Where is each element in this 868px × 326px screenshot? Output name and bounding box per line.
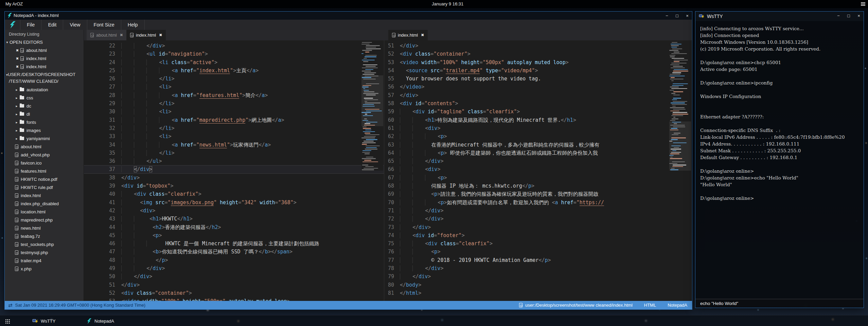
code-line-51[interactable]: 51</div> bbox=[384, 42, 693, 50]
code-line-46[interactable]: 46 HKWTC 是一個 Minecraft 的建築伺服器，主要建築計劃包括鐵路 bbox=[84, 239, 384, 248]
code-line-67[interactable]: 67 <p> bbox=[384, 174, 693, 182]
taskbar-item-notepada[interactable]: NotepadA bbox=[87, 315, 114, 326]
code-line-50[interactable]: 50 </div> bbox=[84, 272, 384, 281]
code-line-63[interactable]: 63 在香港的Minecraft 伺服器中，多為小遊戲和純生存的伺服器，較少擁有 bbox=[384, 141, 693, 149]
open-editor-item[interactable]: ✖index.html bbox=[5, 54, 84, 62]
open-editor-item[interactable]: ✖about.html bbox=[5, 46, 84, 54]
hamburger-menu-icon[interactable] bbox=[861, 2, 865, 6]
code-line-68[interactable]: 68 伺服器 IP 地址為： mcs.hkwtc.org</p> bbox=[384, 182, 693, 190]
code-line-47[interactable]: 47 <b>你知道我們全線伺服器已轉用 SSD 了嗎？</b></span> bbox=[84, 248, 384, 256]
file-item[interactable]: testmysql.php bbox=[5, 248, 84, 256]
open-editor-item[interactable]: ✖index.html bbox=[5, 62, 84, 71]
menu-font-size[interactable]: Font Size bbox=[87, 20, 121, 30]
taskbar-item-wstty[interactable]: WsTTY bbox=[32, 315, 55, 326]
code-line-77[interactable]: 77 © 2018 - 2019 HKWTC Animation Gamer</… bbox=[384, 256, 693, 264]
code-line-71[interactable]: 71 </div> bbox=[384, 207, 693, 215]
file-item[interactable]: HKWTC rule.pdf bbox=[5, 183, 84, 191]
minimap-left[interactable] bbox=[361, 42, 383, 171]
code-line-81[interactable]: 81</html> bbox=[384, 289, 693, 297]
code-line-31[interactable]: 31 <a href="mapredirect.php">網上地圖</a> bbox=[84, 116, 384, 124]
code-line-42[interactable]: 42 <div> bbox=[84, 207, 384, 215]
code-line-38[interactable]: 38</div> bbox=[84, 174, 384, 182]
minimap-right[interactable] bbox=[669, 42, 691, 171]
file-item[interactable]: features.html bbox=[5, 167, 84, 175]
file-item[interactable]: index.html bbox=[5, 191, 84, 199]
close-editor-icon[interactable]: ✖ bbox=[15, 57, 20, 60]
folder-item-dl[interactable]: ▸dl bbox=[5, 110, 84, 118]
code-line-64[interactable]: 64 <p> 即使你不是建築師，你也能透過紅石師或鐵路工程師的身份加入我 bbox=[384, 149, 693, 157]
file-item[interactable]: about.html bbox=[5, 142, 84, 151]
file-item[interactable]: HKWTC notice.pdf bbox=[5, 175, 84, 183]
close-tab-icon[interactable]: ✖ bbox=[421, 33, 424, 37]
notepada-titlebar[interactable]: NotepadA - index.html − □ × bbox=[5, 12, 692, 20]
code-line-36[interactable]: 36 </ul> bbox=[84, 157, 384, 165]
code-line-44[interactable]: 44 <h2>香港的建築伺服器</h2> bbox=[84, 223, 384, 231]
menu-help[interactable]: Help bbox=[121, 20, 145, 30]
close-tab-icon[interactable]: ✖ bbox=[120, 33, 123, 37]
code-line-53[interactable]: 53<video width="100%" height="500px" aut… bbox=[384, 58, 693, 66]
code-line-75[interactable]: 75 <div class="clearfix"> bbox=[384, 239, 693, 248]
code-line-57[interactable]: 57</div> bbox=[384, 91, 693, 99]
code-line-66[interactable]: 66 <div> bbox=[384, 165, 693, 173]
wstty-titlebar[interactable]: WsTTY − □ × bbox=[695, 12, 864, 21]
file-item[interactable]: location.html bbox=[5, 208, 84, 216]
folder-item-yamiyamimi[interactable]: ▸yamiyamimi bbox=[5, 134, 84, 142]
code-line-27[interactable]: 27 <li> bbox=[84, 83, 384, 91]
notepada-close-button[interactable]: × bbox=[685, 13, 690, 18]
code-line-43[interactable]: 43 <h1>HKWTC</h1> bbox=[84, 215, 384, 223]
code-line-34[interactable]: 34 <a href="news.html">玩家傳送門</a> bbox=[84, 141, 384, 149]
app-launcher-grid-icon[interactable] bbox=[5, 319, 6, 320]
tab-index.html[interactable]: index.html✖ bbox=[126, 30, 166, 40]
notepada-minimize-button[interactable]: − bbox=[664, 13, 670, 18]
notepada-maximize-button[interactable]: □ bbox=[674, 13, 680, 18]
code-line-39[interactable]: 39<div id="topbox"> bbox=[84, 182, 384, 190]
editor-pane-right[interactable]: 51</div>52<div class="container">53<vide… bbox=[384, 40, 693, 301]
code-line-80[interactable]: 80</body> bbox=[384, 281, 693, 289]
code-line-74[interactable]: 74 <div id="footer"> bbox=[384, 231, 693, 239]
file-item[interactable]: add_vhost.php bbox=[5, 151, 84, 159]
code-line-52[interactable]: 52<div class="container"> bbox=[384, 50, 693, 58]
code-line-52[interactable]: 52<div class="container"> bbox=[84, 289, 384, 297]
code-line-49[interactable]: 49 </div> bbox=[84, 264, 384, 272]
code-line-23[interactable]: 23 <ul id="navigation"> bbox=[84, 50, 384, 58]
code-line-48[interactable]: 48 </p> bbox=[84, 256, 384, 264]
wstty-maximize-button[interactable]: □ bbox=[846, 13, 851, 18]
open-editors-section-header[interactable]: ▾OPEN EDITORS bbox=[5, 38, 84, 46]
code-line-54[interactable]: 54 <source src="trailer.mp4" type="video… bbox=[384, 66, 693, 75]
code-line-76[interactable]: 76 <p> bbox=[384, 248, 693, 256]
minimap-viewport[interactable] bbox=[669, 121, 691, 171]
wstty-close-button[interactable]: × bbox=[856, 13, 862, 18]
system-menu-title[interactable]: My ArOZ bbox=[5, 1, 23, 6]
file-item[interactable]: x.php bbox=[5, 265, 84, 273]
close-editor-icon[interactable]: ✖ bbox=[15, 49, 20, 52]
code-line-56[interactable]: 56</video> bbox=[384, 83, 693, 91]
file-item[interactable]: favicon.ico bbox=[5, 159, 84, 167]
tab-index.html[interactable]: index.html✖ bbox=[388, 30, 428, 40]
terminal-output[interactable]: [info] Conencting to arozos WsTTY servic… bbox=[695, 21, 864, 299]
file-item[interactable]: index.php_disabled bbox=[5, 199, 84, 208]
menu-file[interactable]: File bbox=[20, 20, 41, 30]
code-line-25[interactable]: 25 <a href="index.html">主頁</a> bbox=[84, 66, 384, 75]
file-item[interactable]: teabag.7z bbox=[5, 232, 84, 240]
code-line-51[interactable]: 51</div> bbox=[84, 281, 384, 289]
code-line-35[interactable]: 35 </li> bbox=[84, 149, 384, 157]
code-line-60[interactable]: 60 <h1>特別為建築及鐵路而設，現代化的 Minecraft 世界.</h1… bbox=[384, 116, 693, 124]
tab-about.html[interactable]: about.html✖ bbox=[87, 30, 127, 40]
folder-item-images[interactable]: ▸images bbox=[5, 126, 84, 134]
code-line-70[interactable]: 70 <p>如有問題或需要申請白名單，歡迎加入我們的 <a href="http… bbox=[384, 198, 693, 207]
code-line-28[interactable]: 28 <a href="features.html">簡介</a> bbox=[84, 91, 384, 99]
code-line-69[interactable]: 69 <p>請注意，我們的伺服器為確保玩家及遊玩時的質素，我們對的服器開啟 bbox=[384, 190, 693, 198]
code-line-65[interactable]: 65 </div> bbox=[384, 157, 693, 165]
directory-root-item[interactable]: ▾USER:/DESKTOP/SCREENSHOT/TEST/WWW CLEAN… bbox=[5, 71, 84, 85]
code-line-30[interactable]: 30 <li> bbox=[84, 108, 384, 116]
folder-item-autostation[interactable]: ▸autostation bbox=[5, 85, 84, 94]
file-item[interactable]: trailer.mp4 bbox=[5, 256, 84, 265]
code-line-72[interactable]: 72 </div> bbox=[384, 215, 693, 223]
statusbar-language-mode[interactable]: HTML bbox=[644, 303, 656, 308]
minimap-viewport[interactable] bbox=[361, 75, 383, 126]
menu-view[interactable]: View bbox=[63, 20, 87, 30]
code-line-61[interactable]: 61 <div> bbox=[384, 124, 693, 132]
code-line-33[interactable]: 33 <li> bbox=[84, 132, 384, 140]
code-line-79[interactable]: 79 </div> bbox=[384, 272, 693, 281]
file-item[interactable]: news.html bbox=[5, 224, 84, 232]
